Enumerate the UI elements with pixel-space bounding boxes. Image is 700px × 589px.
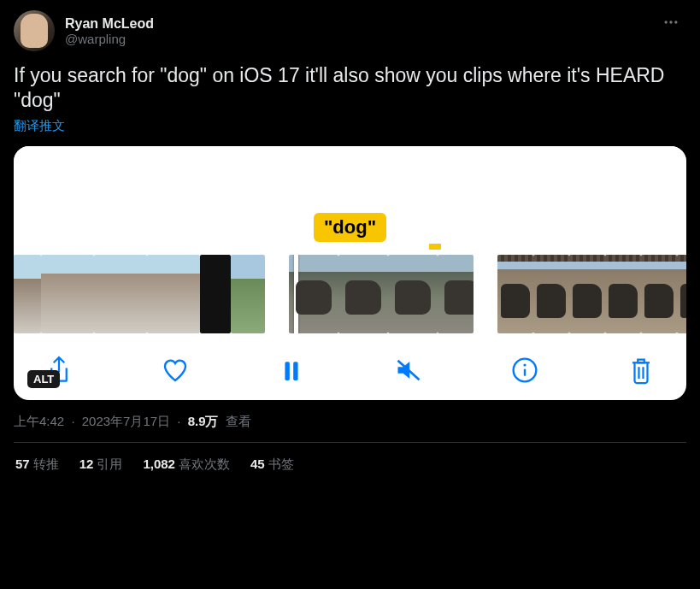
likes-stat[interactable]: 1,082喜欢次数 bbox=[143, 456, 230, 473]
mute-button[interactable] bbox=[394, 356, 423, 385]
svg-point-1 bbox=[669, 21, 672, 23]
views-label: 查看 bbox=[226, 414, 251, 428]
bookmarks-stat[interactable]: 45书签 bbox=[250, 456, 294, 473]
likes-label: 喜欢次数 bbox=[179, 456, 230, 471]
bookmarks-label: 书签 bbox=[268, 456, 294, 471]
like-button[interactable] bbox=[161, 356, 190, 385]
clip-group-2[interactable] bbox=[289, 255, 474, 333]
delete-button[interactable] bbox=[626, 356, 656, 385]
svg-rect-4 bbox=[294, 362, 298, 380]
clip-group-3[interactable] bbox=[497, 255, 686, 333]
clip-frame[interactable] bbox=[497, 255, 533, 333]
mute-icon bbox=[394, 357, 423, 383]
retweets-stat[interactable]: 57转推 bbox=[15, 456, 59, 473]
avatar[interactable] bbox=[14, 10, 55, 51]
info-icon bbox=[511, 356, 538, 384]
more-icon bbox=[662, 14, 679, 31]
clip-frame[interactable] bbox=[338, 255, 388, 333]
quotes-count: 12 bbox=[79, 456, 94, 471]
clip-frame[interactable] bbox=[438, 255, 474, 333]
clip-frame[interactable] bbox=[231, 255, 265, 333]
clip-frame[interactable] bbox=[677, 255, 686, 333]
alt-badge[interactable]: ALT bbox=[27, 370, 60, 388]
pause-button[interactable] bbox=[277, 356, 306, 385]
info-button[interactable] bbox=[510, 356, 539, 385]
clip-frame[interactable] bbox=[388, 255, 438, 333]
svg-point-7 bbox=[523, 363, 526, 366]
clip-frame[interactable] bbox=[200, 255, 231, 333]
post-date[interactable]: 2023年7月17日 bbox=[82, 414, 170, 428]
clip-frame[interactable] bbox=[605, 255, 641, 333]
quotes-label: 引用 bbox=[97, 456, 122, 471]
views-count[interactable]: 8.9万 bbox=[188, 414, 219, 428]
retweets-count: 57 bbox=[15, 456, 30, 471]
svg-point-2 bbox=[674, 21, 677, 23]
clip-frame[interactable] bbox=[41, 255, 94, 333]
translate-link[interactable]: 翻译推文 bbox=[14, 118, 65, 134]
clip-frame[interactable] bbox=[569, 255, 605, 333]
clip-frame[interactable] bbox=[94, 255, 147, 333]
bookmarks-count: 45 bbox=[250, 456, 265, 471]
display-name[interactable]: Ryan McLeod bbox=[65, 16, 154, 32]
quotes-stat[interactable]: 12引用 bbox=[79, 456, 123, 473]
clip-frame[interactable] bbox=[147, 255, 200, 333]
video-timeline[interactable] bbox=[14, 255, 686, 340]
user-handle[interactable]: @warpling bbox=[65, 32, 154, 46]
post-time[interactable]: 上午4:42 bbox=[14, 414, 64, 428]
pause-icon bbox=[280, 357, 303, 383]
tweet-text: If you search for "dog" on iOS 17 it'll … bbox=[14, 63, 686, 113]
clip-frame[interactable] bbox=[641, 255, 677, 333]
search-tag: "dog" bbox=[314, 213, 386, 242]
clip-frame[interactable] bbox=[289, 255, 338, 333]
clip-frame[interactable] bbox=[533, 255, 569, 333]
svg-rect-3 bbox=[285, 362, 290, 380]
more-button[interactable] bbox=[656, 10, 686, 34]
svg-point-0 bbox=[665, 21, 668, 23]
clip-group-1[interactable] bbox=[14, 255, 265, 333]
trash-icon bbox=[628, 356, 654, 385]
clip-frame[interactable] bbox=[14, 255, 41, 333]
likes-count: 1,082 bbox=[143, 456, 175, 471]
retweets-label: 转推 bbox=[33, 456, 59, 471]
media-card[interactable]: "dog" bbox=[14, 146, 686, 400]
heart-icon bbox=[161, 356, 190, 384]
meta-row: 上午4:42 · 2023年7月17日 · 8.9万 查看 bbox=[14, 414, 686, 443]
